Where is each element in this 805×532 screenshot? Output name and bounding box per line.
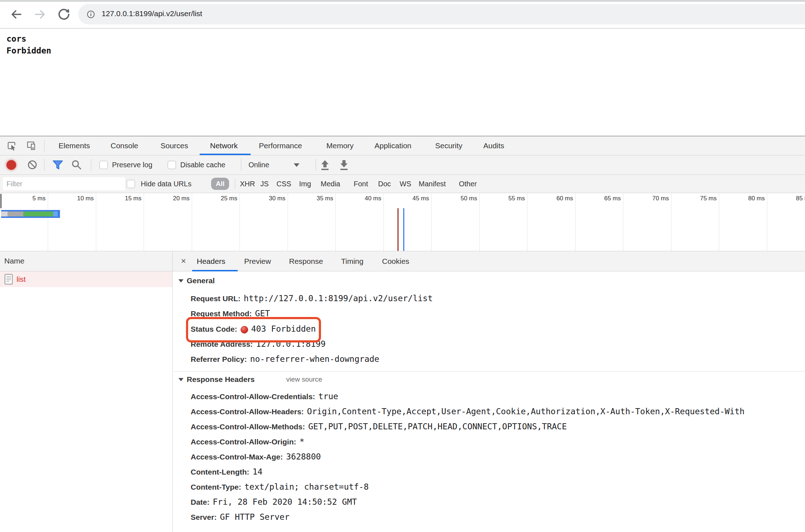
tab-headers[interactable]: Headers (197, 251, 225, 271)
header-row: Date: Fri, 28 Feb 2020 14:50:52 GMT (191, 497, 357, 508)
divider (44, 159, 45, 171)
forward-icon[interactable] (33, 8, 46, 21)
page-content: cors Forbidden (6, 33, 51, 57)
tab-application[interactable]: Application (374, 136, 411, 155)
timeline-tick: 70 ms (623, 193, 671, 251)
request-detail-panel: × Headers Preview Response Timing Cookie… (173, 251, 805, 532)
url-text[interactable]: 127.0.0.1:8199/api.v2/user/list (102, 0, 202, 28)
device-toolbar-icon[interactable] (26, 141, 36, 151)
divider (91, 159, 91, 171)
tab-security[interactable]: Security (435, 136, 462, 155)
divider (316, 159, 316, 171)
header-row: Content-Length: 14 (191, 467, 262, 478)
hide-data-urls-checkbox[interactable] (127, 180, 135, 188)
document-icon (4, 274, 13, 285)
tab-preview[interactable]: Preview (244, 251, 271, 271)
tab-network[interactable]: Network (210, 136, 238, 155)
timeline-tick: 40 ms (336, 193, 384, 251)
general-title: General (187, 276, 215, 285)
timeline-tick: 5 ms (0, 193, 48, 251)
filter-input[interactable] (3, 177, 125, 190)
tab-timing[interactable]: Timing (341, 251, 363, 271)
tab-cookies[interactable]: Cookies (382, 251, 409, 271)
disable-cache-label[interactable]: Disable cache (180, 155, 225, 174)
filter-type-manifest[interactable]: Manifest (419, 175, 446, 193)
waterfall-download-segment (53, 211, 58, 216)
filter-type-media[interactable]: Media (321, 175, 340, 193)
tab-response[interactable]: Response (289, 251, 323, 271)
filter-type-all[interactable]: All (211, 178, 229, 190)
close-icon[interactable]: × (181, 251, 186, 271)
info-icon[interactable] (87, 10, 95, 19)
filter-type-font[interactable]: Font (354, 175, 368, 193)
preserve-log-label[interactable]: Preserve log (112, 155, 152, 174)
detail-tab-bar: × Headers Preview Response Timing Cookie… (173, 251, 805, 271)
filter-type-doc[interactable]: Doc (378, 175, 391, 193)
view-source-link[interactable]: view source (286, 375, 322, 383)
reload-icon[interactable] (57, 7, 71, 22)
screenshot-root: { "colors": { "accent_blue": "#1a73e8", … (0, 0, 805, 532)
section-separator (173, 371, 805, 372)
header-row: Access-Control-Allow-Headers: Origin,Con… (191, 407, 745, 417)
timeline-tick: 65 ms (575, 193, 623, 251)
filter-type-img[interactable]: Img (299, 175, 311, 193)
active-detail-tab-underline (192, 270, 238, 271)
request-waterfall-bar[interactable] (1, 210, 60, 218)
request-list-panel: Name list (0, 251, 173, 532)
tab-audits[interactable]: Audits (483, 136, 504, 155)
timeline-tick: 50 ms (432, 193, 480, 251)
active-tab-underline (200, 154, 251, 155)
network-filter-bar: Hide data URLs All XHR JS CSS Img Media … (0, 175, 805, 193)
chevron-down-icon[interactable] (294, 163, 299, 167)
header-row-remote-address: Remote Address: 127.0.0.1:8199 (191, 339, 326, 350)
filter-type-css[interactable]: CSS (276, 175, 291, 193)
general-section-header[interactable]: General (178, 276, 215, 285)
status-error-dot-icon (241, 326, 248, 333)
search-icon[interactable] (71, 159, 82, 170)
load-event-marker (397, 208, 399, 251)
page-line: cors (6, 33, 51, 45)
filter-type-xhr[interactable]: XHR (240, 175, 255, 193)
timeline-tick: 15 ms (96, 193, 144, 251)
filter-type-js[interactable]: JS (260, 175, 269, 193)
header-row: Access-Control-Allow-Methods: GET,PUT,PO… (191, 422, 567, 433)
tab-sources[interactable]: Sources (160, 136, 188, 155)
response-headers-section-header[interactable]: Response Headers view source (178, 375, 322, 384)
record-button[interactable] (6, 160, 16, 170)
tab-elements[interactable]: Elements (59, 136, 90, 155)
timeline-tick: 80 ms (719, 193, 767, 251)
import-har-icon[interactable] (320, 160, 330, 171)
preserve-log-checkbox[interactable] (99, 161, 108, 169)
tab-memory[interactable]: Memory (326, 136, 354, 155)
header-row: Server: GF HTTP Server (191, 512, 289, 523)
timeline-tick: 60 ms (527, 193, 576, 251)
throttling-select[interactable]: Online (248, 155, 269, 174)
inspect-element-icon[interactable] (6, 141, 17, 151)
network-overview-timeline[interactable]: 5 ms 10 ms 15 ms 20 ms 25 ms 30 ms 35 ms… (0, 193, 805, 251)
tab-performance[interactable]: Performance (259, 136, 302, 155)
domcontentloaded-marker (403, 208, 404, 251)
tab-console[interactable]: Console (111, 136, 138, 155)
waterfall-waiting-segment (23, 211, 53, 216)
timeline-tick: 25 ms (192, 193, 240, 251)
triangle-down-icon (178, 279, 183, 283)
export-har-icon[interactable] (339, 160, 349, 171)
overview-left-handle (0, 194, 2, 208)
waterfall-stalled-segment (1, 211, 58, 216)
hide-data-urls-label[interactable]: Hide data URLs (141, 175, 191, 193)
name-header-label: Name (4, 257, 24, 265)
response-headers-title: Response Headers (187, 375, 255, 384)
filter-type-ws[interactable]: WS (400, 175, 411, 193)
back-icon[interactable] (10, 8, 23, 21)
filter-funnel-icon[interactable] (52, 160, 64, 170)
disable-cache-checkbox[interactable] (168, 161, 176, 169)
filter-type-other[interactable]: Other (459, 175, 477, 193)
request-row-failed[interactable]: list (0, 271, 172, 287)
timeline-tick: 75 ms (671, 193, 719, 251)
name-column-header[interactable]: Name (0, 251, 172, 271)
request-name[interactable]: list (17, 271, 26, 287)
header-row-request-url: Request URL: http://127.0.0.1:8199/api.v… (191, 294, 433, 304)
divider (241, 159, 241, 171)
divider (44, 140, 45, 151)
clear-icon[interactable] (27, 160, 37, 170)
